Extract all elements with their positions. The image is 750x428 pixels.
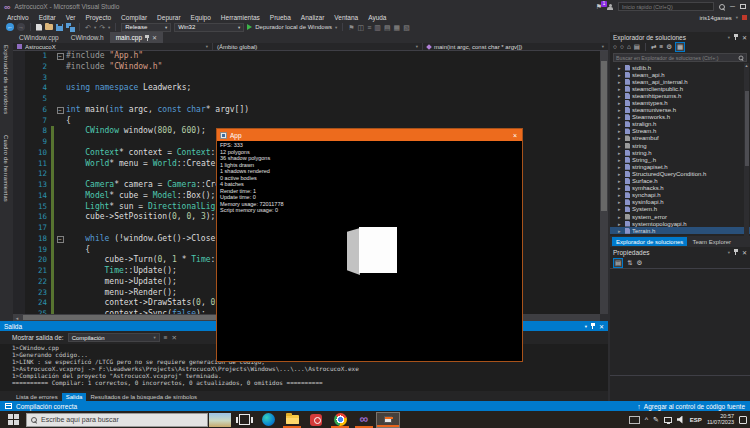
toolbar-misc-icon[interactable]: ▤ (384, 23, 391, 32)
tree-item[interactable]: ▸ String_.h (610, 156, 750, 163)
window-position-icon[interactable]: ▾ (585, 324, 587, 329)
tree-item[interactable]: ▸ stdlib.h (610, 64, 750, 71)
menu-item[interactable]: Editar (34, 14, 61, 21)
function-dropdown[interactable]: main(int argc, const char * argv[]) ▾ (423, 43, 608, 50)
configuration-dropdown[interactable]: Release ▾ (121, 23, 171, 32)
home-icon[interactable]: ⌂ (627, 43, 631, 51)
scroll-up-icon[interactable]: ▲ (744, 63, 749, 68)
pin-icon[interactable] (145, 35, 149, 41)
toolbar-misc-icon[interactable]: ▧ (403, 23, 410, 32)
chevron-right-icon[interactable]: ▸ (618, 107, 623, 113)
scrollbar-thumb[interactable] (745, 91, 749, 166)
panel-tab[interactable]: Explorador de soluciones (612, 237, 687, 246)
chrome-button[interactable] (328, 411, 352, 428)
chevron-right-icon[interactable]: ▸ (618, 72, 623, 78)
tree-item[interactable]: ▸ Terrain.h (610, 227, 750, 234)
tree-item[interactable]: ▸ streambuf (610, 135, 750, 142)
tree-item[interactable]: ▸ StructuredQueryCondition.h (610, 170, 750, 177)
tree-item[interactable]: ▸ sysinfoapi.h (610, 199, 750, 206)
menu-item[interactable]: Analizar (296, 14, 329, 21)
navigate-back-icon[interactable]: ← (6, 23, 14, 31)
task-view-button[interactable] (232, 411, 256, 428)
close-icon[interactable]: ✕ (599, 323, 604, 330)
output-tab[interactable]: Resultados de la búsqueda de símbolos (86, 393, 201, 401)
nav-back-icon[interactable]: ○ (613, 43, 617, 51)
chevron-right-icon[interactable]: ▸ (618, 228, 623, 234)
scrollbar-thumb[interactable] (601, 61, 607, 211)
output-tab[interactable]: Salida (62, 393, 87, 401)
tab-cwindow-h[interactable]: CWindow.h (65, 32, 110, 43)
pin-icon[interactable] (734, 249, 738, 255)
collapse-all-icon[interactable]: ≡ (659, 43, 663, 51)
output-tab[interactable]: Lista de errores (12, 393, 62, 401)
chevron-right-icon[interactable]: ▸ (618, 121, 623, 127)
solution-explorer-tree[interactable]: ▸ stdlib.h ▸ steam_api.h ▸ steam_api_int… (610, 63, 750, 236)
wrap-output-icon[interactable]: ✕ (171, 334, 176, 342)
pin-icon[interactable] (734, 34, 738, 40)
account-dropdown-icon[interactable]: ▾ (736, 15, 738, 20)
chevron-right-icon[interactable]: ▸ (618, 221, 623, 227)
feedback-icon[interactable] (607, 4, 613, 10)
chevron-right-icon[interactable]: ▸ (618, 93, 623, 99)
chevron-right-icon[interactable]: ▸ (618, 100, 623, 106)
toolbox-tab[interactable]: Cuadro de herramientas (3, 135, 9, 202)
menu-item[interactable]: Prueba (265, 14, 296, 21)
menu-item[interactable]: Herramientas (216, 14, 265, 21)
save-all-icon[interactable] (66, 23, 74, 31)
red-app-button[interactable] (304, 411, 328, 428)
chevron-right-icon[interactable]: ▸ (618, 65, 623, 71)
open-file-icon[interactable] (45, 24, 53, 30)
property-pages-icon[interactable]: ⚙ (637, 259, 643, 267)
toolbar-misc-icon[interactable]: ▥ (374, 23, 381, 32)
panel-tab[interactable]: Team Explorer (688, 237, 735, 246)
menu-item[interactable]: Ver (61, 14, 81, 21)
chevron-right-icon[interactable]: ▸ (618, 157, 623, 163)
app-title-bar[interactable]: App × (217, 129, 522, 141)
toolbar-misc-icon[interactable]: ≡ (367, 23, 371, 32)
editor-vertical-scrollbar[interactable] (600, 51, 608, 314)
news-widget-button[interactable] (208, 411, 232, 428)
start-debug-icon[interactable] (247, 24, 252, 30)
tab-main-cpp[interactable]: main.cpp ✕ (110, 32, 163, 43)
toolbar-misc-icon[interactable]: ▦ (394, 23, 401, 32)
tree-item[interactable]: ▸ steamhttpenums.h (610, 92, 750, 99)
alphabetical-icon[interactable]: ⇅ (627, 259, 632, 267)
tree-item[interactable]: ▸ steam_api.h (610, 71, 750, 78)
chevron-right-icon[interactable]: ▸ (618, 143, 623, 149)
menu-item[interactable]: Equipo (186, 14, 216, 21)
chevron-right-icon[interactable]: ▸ (618, 86, 623, 92)
tree-item[interactable]: ▸ steamclientpublic.h (610, 85, 750, 92)
tree-item[interactable]: ▸ steam_api_internal.h (610, 78, 750, 85)
notifications-flag-icon[interactable]: ⚑1 (596, 3, 602, 11)
tree-item[interactable]: ▸ Surface.h (610, 178, 750, 185)
output-source-dropdown[interactable]: Compilación ▾ (68, 333, 160, 342)
tab-cwindow-cpp[interactable]: CWindow.cpp (13, 32, 65, 43)
hidden-icons-chevron[interactable]: ^ (645, 416, 648, 423)
chevron-right-icon[interactable]: ▸ (618, 164, 623, 170)
source-control-link[interactable]: Agregar al control de código fuente (644, 403, 745, 410)
chevron-right-icon[interactable]: ▸ (618, 114, 623, 120)
action-center-icon[interactable] (739, 416, 747, 424)
taskbar-search-input[interactable]: Escribe aquí para buscar (26, 413, 208, 427)
sync-active-document-icon[interactable]: ⇄ (651, 43, 656, 51)
nav-forward-icon[interactable]: ○ (620, 43, 624, 51)
chevron-right-icon[interactable]: ▸ (618, 150, 623, 156)
toolbar-misc-icon[interactable]: ⚑ (348, 23, 354, 32)
menu-item[interactable]: Archivo (2, 14, 34, 21)
scope-dropdown[interactable]: (Ámbito global) ▾ (213, 43, 423, 50)
chevron-right-icon[interactable]: ▸ (618, 128, 623, 134)
toolbar-misc-icon[interactable]: ◫ (358, 23, 365, 32)
menu-item[interactable]: Compilar (116, 14, 152, 21)
redo-dropdown-icon[interactable]: ▾ (108, 25, 110, 30)
debug-dropdown-icon[interactable]: ▾ (335, 25, 337, 30)
volume-icon[interactable] (677, 416, 685, 424)
close-icon[interactable]: ✕ (742, 34, 747, 41)
publish-icon[interactable]: ↑ (637, 403, 641, 410)
file-explorer-button[interactable] (280, 411, 304, 428)
undo-dropdown-icon[interactable]: ▾ (94, 25, 96, 30)
tree-item[interactable]: ▸ steamuniverse.h (610, 107, 750, 114)
chevron-right-icon[interactable]: ▸ (618, 199, 623, 205)
undo-icon[interactable]: ↶ (85, 23, 91, 32)
clock[interactable]: 20:57 11/07/2023 (707, 414, 734, 426)
chevron-right-icon[interactable]: ▸ (618, 192, 623, 198)
